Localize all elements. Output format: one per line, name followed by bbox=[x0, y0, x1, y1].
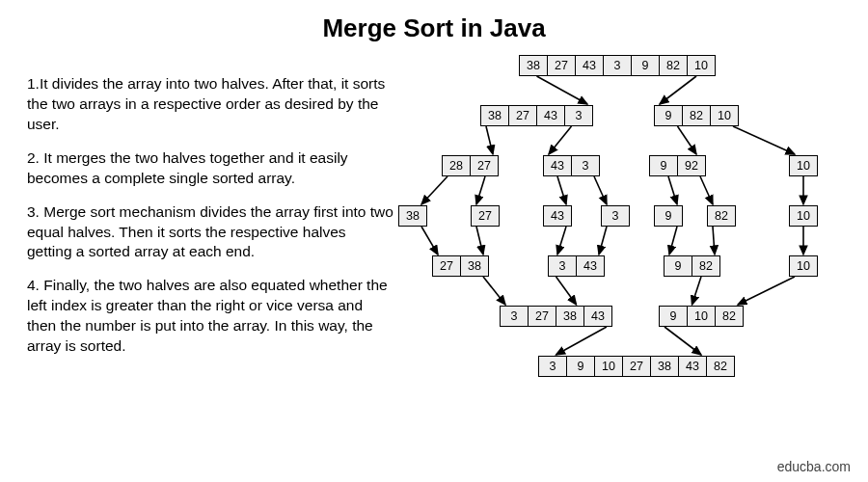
array-node-l3f: 82 bbox=[707, 205, 736, 227]
array-cell: 3 bbox=[603, 55, 632, 76]
arrow-m1b-to-m2a bbox=[556, 277, 577, 305]
array-cell: 92 bbox=[677, 155, 706, 176]
page-title: Merge Sort in Java bbox=[0, 0, 868, 43]
array-cell: 9 bbox=[631, 55, 660, 76]
paragraph-1: 1.It divides the array into two halves. … bbox=[27, 74, 393, 135]
array-cell: 9 bbox=[654, 205, 683, 227]
content-wrapper: 1.It divides the array into two halves. … bbox=[0, 43, 868, 439]
arrow-l2b-to-l3d bbox=[594, 176, 607, 204]
array-cell: 82 bbox=[707, 205, 736, 227]
array-cell: 3 bbox=[571, 155, 600, 176]
array-cell: 43 bbox=[583, 306, 612, 327]
array-node-m1a: 2738 bbox=[432, 255, 489, 277]
watermark: educba.com bbox=[777, 459, 851, 474]
array-node-root: 382743398210 bbox=[519, 55, 716, 76]
arrow-l3b-to-m1a bbox=[476, 227, 483, 254]
array-cell: 38 bbox=[650, 356, 679, 377]
array-cell: 38 bbox=[480, 105, 509, 126]
arrow-l3f-to-m1c bbox=[713, 227, 715, 254]
array-node-m2a: 3273843 bbox=[500, 306, 612, 327]
paragraph-3: 3. Merge sort mechanism divides the arra… bbox=[27, 202, 393, 263]
arrow-m1a-to-m2a bbox=[483, 277, 505, 305]
array-node-l3c: 43 bbox=[543, 205, 572, 227]
arrow-l3e-to-m1c bbox=[669, 227, 677, 254]
array-cell: 27 bbox=[470, 155, 499, 176]
array-node-l3d: 3 bbox=[601, 205, 630, 227]
array-node-l2c: 992 bbox=[649, 155, 706, 176]
array-node-l3a: 38 bbox=[398, 205, 427, 227]
array-cell: 27 bbox=[508, 105, 537, 126]
array-cell: 28 bbox=[442, 155, 471, 176]
arrow-l2a-to-l3b bbox=[476, 176, 485, 204]
array-node-l3g: 10 bbox=[789, 205, 818, 227]
array-node-final: 391027384382 bbox=[538, 356, 735, 377]
arrow-root-to-l1b bbox=[660, 76, 696, 104]
array-cell: 43 bbox=[678, 356, 707, 377]
array-node-l3e: 9 bbox=[654, 205, 683, 227]
array-cell: 27 bbox=[547, 55, 576, 76]
array-cell: 10 bbox=[687, 306, 716, 327]
arrow-l3d-to-m1b bbox=[599, 227, 607, 254]
array-cell: 27 bbox=[471, 205, 500, 227]
arrow-l3a-to-m1a bbox=[421, 227, 438, 254]
array-node-m1d: 10 bbox=[789, 255, 818, 277]
array-node-l2b: 433 bbox=[543, 155, 600, 176]
array-cell: 82 bbox=[715, 306, 744, 327]
array-cell: 9 bbox=[659, 306, 688, 327]
array-cell: 27 bbox=[432, 255, 461, 277]
array-cell: 27 bbox=[528, 306, 556, 327]
array-node-l1b: 98210 bbox=[654, 105, 739, 126]
array-cell: 10 bbox=[687, 55, 716, 76]
array-cell: 10 bbox=[789, 155, 818, 176]
arrow-l1a-to-l2a bbox=[486, 126, 493, 154]
arrow-m2b-to-final bbox=[665, 327, 701, 355]
arrow-l1b-to-l2d bbox=[733, 126, 795, 154]
array-node-l2a: 2827 bbox=[442, 155, 499, 176]
array-cell: 82 bbox=[706, 356, 735, 377]
merge-sort-diagram: 3827433982103827433982102827433992103827… bbox=[393, 53, 847, 439]
array-cell: 9 bbox=[649, 155, 678, 176]
array-node-m1b: 343 bbox=[548, 255, 605, 277]
arrow-l1b-to-l2c bbox=[678, 126, 697, 154]
array-cell: 38 bbox=[556, 306, 584, 327]
arrow-m1c-to-m2b bbox=[692, 277, 702, 305]
array-node-m2b: 91082 bbox=[659, 306, 744, 327]
array-cell: 10 bbox=[789, 255, 818, 277]
array-cell: 38 bbox=[398, 205, 427, 227]
array-cell: 43 bbox=[576, 255, 605, 277]
arrow-root-to-l1a bbox=[537, 76, 588, 104]
array-cell: 3 bbox=[500, 306, 529, 327]
array-node-l2d: 10 bbox=[789, 155, 818, 176]
array-cell: 3 bbox=[538, 356, 567, 377]
array-cell: 9 bbox=[654, 105, 683, 126]
arrow-m2a-to-final bbox=[556, 327, 608, 355]
array-cell: 3 bbox=[564, 105, 593, 126]
arrow-l3c-to-m1b bbox=[557, 227, 566, 254]
array-cell: 3 bbox=[601, 205, 630, 227]
array-cell: 9 bbox=[566, 356, 595, 377]
array-cell: 38 bbox=[519, 55, 548, 76]
arrow-m1d-to-m2b bbox=[738, 277, 795, 305]
array-cell: 9 bbox=[664, 255, 692, 277]
array-node-l1a: 3827433 bbox=[480, 105, 593, 126]
description-column: 1.It divides the array into two halves. … bbox=[27, 53, 393, 439]
array-cell: 43 bbox=[543, 155, 572, 176]
array-cell: 10 bbox=[710, 105, 739, 126]
arrow-l1a-to-l2b bbox=[549, 126, 572, 154]
array-cell: 82 bbox=[659, 55, 688, 76]
array-cell: 27 bbox=[622, 356, 651, 377]
array-cell: 82 bbox=[692, 255, 720, 277]
arrow-l2b-to-l3c bbox=[557, 176, 566, 204]
array-node-m1c: 982 bbox=[664, 255, 720, 277]
array-node-l3b: 27 bbox=[471, 205, 500, 227]
array-cell: 38 bbox=[460, 255, 489, 277]
array-cell: 43 bbox=[575, 55, 604, 76]
arrow-l2c-to-l3e bbox=[668, 176, 677, 204]
array-cell: 82 bbox=[682, 105, 711, 126]
array-cell: 3 bbox=[548, 255, 577, 277]
array-cell: 43 bbox=[536, 105, 565, 126]
array-cell: 43 bbox=[543, 205, 572, 227]
arrow-l2c-to-l3f bbox=[700, 176, 713, 204]
array-cell: 10 bbox=[789, 205, 818, 227]
arrow-l2a-to-l3a bbox=[421, 176, 448, 204]
